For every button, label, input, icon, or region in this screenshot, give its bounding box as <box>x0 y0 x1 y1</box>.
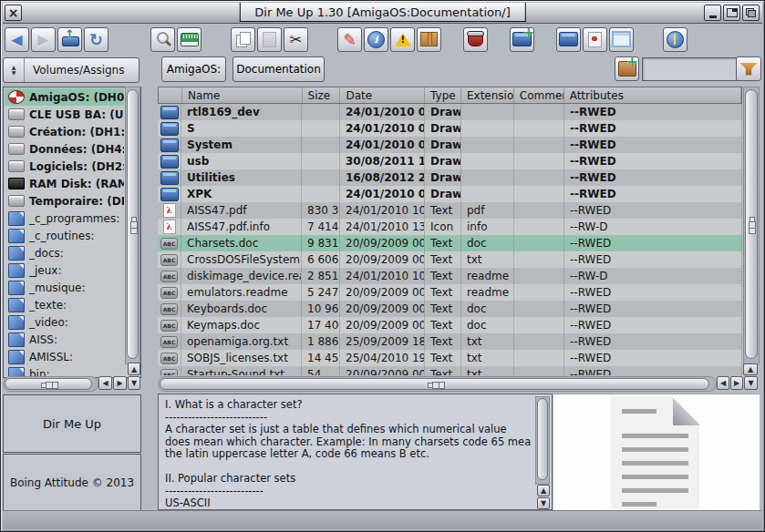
table-row[interactable]: Startup-Sound.txt5420/09/2009 00h03Textt… <box>158 366 742 375</box>
preview-vscrollbar[interactable] <box>535 396 550 485</box>
filter-input[interactable] <box>642 57 740 81</box>
table-vscrollbar[interactable] <box>743 87 760 364</box>
table-row[interactable]: Charsets.doc9 83120/09/2009 00h03Textdoc… <box>158 235 742 251</box>
column-header[interactable]: Attributes <box>564 87 741 103</box>
table-row[interactable]: AISS47.pdf830 36424/01/2010 10h18Textpdf… <box>158 202 742 219</box>
sidebar-item[interactable]: AmigaOS: (DH0:) <box>5 88 124 106</box>
cell-attrs: --RWED <box>564 317 742 333</box>
zip-icon[interactable] <box>723 5 740 21</box>
sidebar-item[interactable]: AISS: <box>5 331 124 348</box>
table-vscroll-thumb[interactable] <box>745 89 758 359</box>
sidebar-hscrollbar[interactable] <box>3 376 98 392</box>
table-row[interactable]: Utilities16/08/2012 23h01Drawer--RWED <box>158 169 742 186</box>
refresh-button[interactable] <box>84 27 109 52</box>
forward-button[interactable] <box>31 27 56 52</box>
table-row[interactable]: emulators.readme5 24720/09/2009 00h03Tex… <box>158 284 742 301</box>
preview-text[interactable]: I. What is a character set?-------------… <box>165 399 532 507</box>
table-hscroll-thumb[interactable] <box>160 378 709 390</box>
table-row[interactable]: S24/01/2010 08h59Drawer--RWED <box>158 120 742 137</box>
breadcrumb-tab-directory[interactable]: Documentation <box>233 56 325 82</box>
breadcrumb-tab-volume[interactable]: AmigaOS: <box>161 56 226 82</box>
table-hscrollbar[interactable] <box>158 376 717 392</box>
column-header[interactable]: Extension <box>461 87 514 103</box>
search-button[interactable] <box>150 27 175 52</box>
filter-button[interactable] <box>736 56 761 81</box>
table-row[interactable]: XPK24/01/2010 08h59Drawer--RWED <box>158 186 742 202</box>
delete-button[interactable] <box>463 27 488 52</box>
sidebar-scroll-up-icon[interactable]: ▲ <box>128 363 140 375</box>
table-row[interactable]: usb30/08/2011 11h14Drawer--RWED <box>158 153 742 169</box>
sidebar-item[interactable]: CLE USB BA: (USB <box>5 106 124 123</box>
preview-vscroll-thumb[interactable] <box>537 398 548 480</box>
sidebar-item[interactable]: _musique: <box>5 279 124 296</box>
sidebar-scroll-right-icon[interactable]: ▶ <box>113 376 127 390</box>
table-scroll-right-icon[interactable]: ▶ <box>730 376 743 390</box>
parent-button[interactable] <box>57 27 82 52</box>
table-scroll-left-icon[interactable]: ◀ <box>717 376 729 390</box>
column-header[interactable] <box>159 87 182 103</box>
sidebar-item[interactable]: AMISSL: <box>5 348 124 365</box>
preview-scroll-down-icon[interactable]: ▼ <box>537 497 550 509</box>
drawer-button[interactable] <box>556 27 581 52</box>
cut-button[interactable] <box>284 27 308 52</box>
snapshot-button[interactable] <box>583 27 607 52</box>
sidebar-item[interactable]: Logiciels: (DH2:) <box>5 158 124 175</box>
copy-button[interactable] <box>231 27 255 52</box>
sidebar-scroll-left-icon[interactable]: ◀ <box>98 376 112 390</box>
table-row[interactable]: SOBJS_licenses.txt14 45225/04/2010 19h35… <box>158 350 742 366</box>
select-pattern-button[interactable] <box>177 27 202 52</box>
preview-scroll-up-icon[interactable]: ▲ <box>537 485 550 496</box>
column-header[interactable]: Date <box>340 87 425 103</box>
sidebar-scroll-down-icon[interactable]: ▼ <box>128 376 140 390</box>
window-button[interactable] <box>609 27 634 52</box>
sidebar-item[interactable]: Temporaire: (DH3:) <box>5 192 124 210</box>
create-drawer-button[interactable] <box>615 56 639 81</box>
sidebar-hscroll-thumb[interactable] <box>5 378 92 390</box>
table-scroll-up-icon[interactable]: ▲ <box>743 363 758 375</box>
minimize-icon[interactable] <box>704 5 721 21</box>
sidebar-item[interactable]: _c_routines: <box>5 227 124 244</box>
sidebar-item[interactable]: Données: (DH4:) <box>5 140 124 158</box>
depth-icon[interactable] <box>742 5 760 21</box>
table-row[interactable]: System24/01/2010 08h59Drawer--RWED <box>158 137 742 153</box>
close-icon[interactable]: × <box>5 5 22 21</box>
halt-button[interactable] <box>663 27 687 52</box>
sidebar-item[interactable]: Création: (DH1:) <box>5 123 124 140</box>
file-icon-cell <box>158 104 181 120</box>
table-row[interactable]: AISS47.pdf.info7 41424/01/2010 13h38Icon… <box>158 219 742 235</box>
back-button[interactable] <box>5 27 29 52</box>
sidebar-item[interactable]: _texte: <box>5 296 124 313</box>
column-header[interactable]: Comment <box>514 87 564 103</box>
volumes-assigns-cycle[interactable]: ▲▼ Volumes/Assigns <box>3 57 140 83</box>
archive-button[interactable] <box>417 27 441 52</box>
sidebar-item[interactable]: _docs: <box>5 244 124 261</box>
assign-icon <box>8 315 25 330</box>
column-header[interactable]: Size <box>303 87 341 103</box>
rename-button[interactable] <box>337 27 362 52</box>
sidebar-vscroll-thumb[interactable] <box>127 89 139 359</box>
cell-size: 5 247 <box>302 284 340 301</box>
table-row[interactable]: CrossDOSFileSystem.txt6 60620/09/2009 00… <box>158 251 742 268</box>
table-row[interactable]: openamiga.org.txt1 88625/09/2009 18h21Te… <box>158 333 742 350</box>
cell-size: 54 <box>302 366 340 375</box>
information-button[interactable] <box>364 27 388 52</box>
column-header[interactable]: Type <box>425 87 461 103</box>
column-header[interactable]: Name <box>182 87 303 103</box>
sidebar-item[interactable]: bin: <box>5 365 124 376</box>
sidebar-item[interactable]: _video: <box>5 313 124 331</box>
table-row[interactable]: diskimage_device.readme2 85124/01/2010 1… <box>158 268 742 284</box>
table-row[interactable]: rtl8169_dev24/01/2010 08h59Drawer--RWED <box>158 104 742 120</box>
window-title[interactable]: Dir Me Up 1.30 [AmigaOS:Documentation/] <box>239 3 525 22</box>
sidebar-item[interactable]: RAM Disk: (RAM:) <box>5 175 124 192</box>
cell-name: Utilities <box>181 169 302 186</box>
table-row[interactable]: Keyboards.doc10 96220/09/2009 00h03Textd… <box>158 301 742 317</box>
sidebar-vscrollbar[interactable] <box>125 87 140 364</box>
warning-button[interactable] <box>390 27 415 52</box>
drawer-blue-icon <box>160 138 179 152</box>
table-row[interactable]: Keymaps.doc17 40620/09/2009 00h03Textdoc… <box>158 317 742 333</box>
sidebar-item[interactable]: _jeux: <box>5 261 124 279</box>
table-scroll-down-icon[interactable]: ▼ <box>744 376 758 390</box>
new-drawer-button[interactable] <box>510 27 534 52</box>
paste-button[interactable] <box>257 27 282 52</box>
sidebar-item[interactable]: _c_programmes: <box>5 210 124 227</box>
